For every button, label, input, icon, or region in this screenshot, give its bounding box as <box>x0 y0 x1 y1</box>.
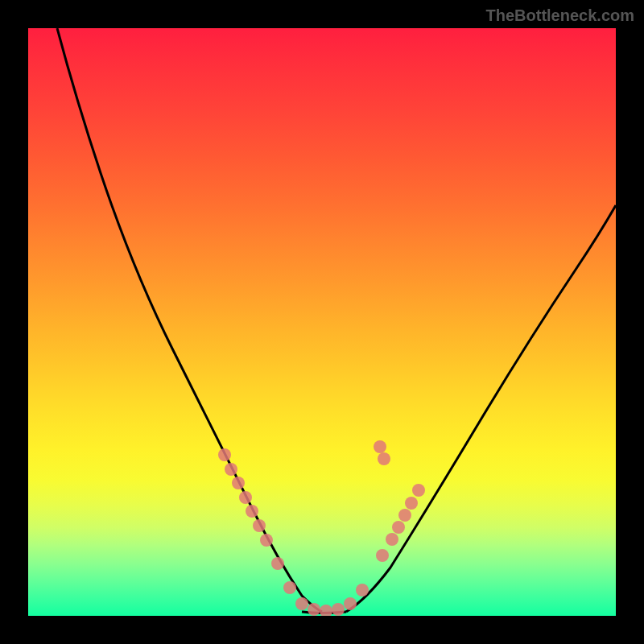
data-point <box>374 440 386 453</box>
data-point <box>392 521 405 534</box>
data-point <box>308 603 320 616</box>
data-point <box>271 557 284 570</box>
data-point <box>283 581 296 594</box>
data-point <box>218 448 231 461</box>
data-point <box>332 603 345 616</box>
data-point <box>320 605 332 616</box>
data-point <box>376 549 389 562</box>
data-point <box>295 597 308 610</box>
data-point <box>398 509 411 522</box>
data-point <box>386 533 398 546</box>
data-point <box>239 491 252 504</box>
data-point <box>344 597 357 610</box>
watermark-text: TheBottleneck.com <box>486 6 634 25</box>
data-points-group <box>218 440 425 616</box>
chart-container <box>28 28 616 616</box>
data-point <box>225 463 237 476</box>
bottleneck-curve-left <box>57 28 322 612</box>
data-point <box>356 584 369 597</box>
data-point <box>378 452 390 465</box>
curve-group <box>57 28 616 613</box>
data-point <box>232 477 245 489</box>
chart-svg <box>28 28 616 616</box>
data-point <box>260 534 273 547</box>
data-point <box>246 505 258 518</box>
data-point <box>412 484 425 497</box>
data-point <box>253 519 266 532</box>
data-point <box>405 497 418 510</box>
